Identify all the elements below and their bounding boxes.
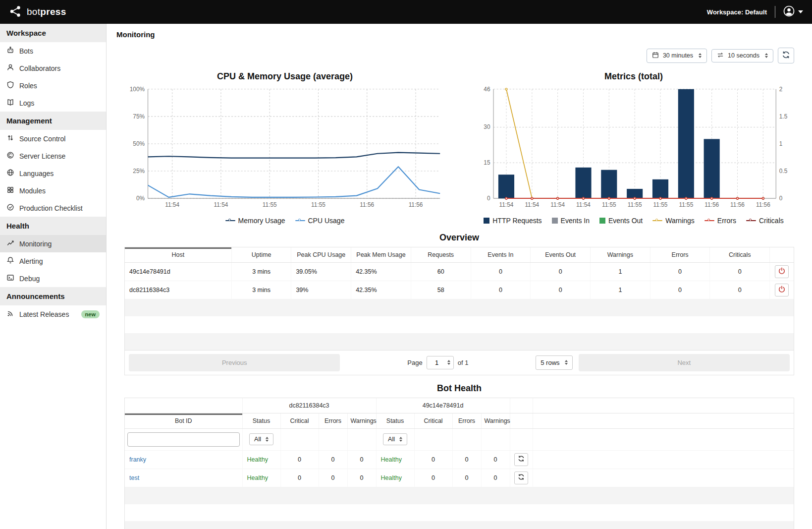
col-events-in[interactable]: Events In [471,247,531,263]
cell-status: Healthy [376,450,414,469]
col-errors[interactable]: Errors [650,247,710,263]
sidebar-item-monitoring[interactable]: Monitoring [0,235,106,252]
table-row-empty [125,487,794,504]
group-header-empty [533,398,794,413]
sidebar-item-source-control[interactable]: Source Control [0,130,106,147]
cell-critical: 0 [280,469,319,487]
bot-id-filter-input[interactable] [127,432,240,447]
col-status-1[interactable]: Status [242,413,280,428]
cell-criticals: 0 [710,281,770,299]
refresh-now-button[interactable] [778,48,794,63]
shield-icon [6,81,14,90]
cell-critical: 0 [414,450,452,469]
col-critical-2[interactable]: Critical [414,413,452,428]
col-uptime[interactable]: Uptime [231,247,291,263]
status-filter-value: All [254,436,261,443]
legend-item-events-in: Events In [552,217,590,225]
time-range-value: 30 minutes [663,52,693,59]
cell-warnings: 0 [481,450,510,469]
sidebar-item-server-license[interactable]: Server License [0,147,106,165]
cell-uptime: 3 mins [231,281,291,299]
table-row-empty [125,299,794,316]
cell-errors: 0 [650,281,710,299]
svg-text:75%: 75% [133,113,145,120]
sidebar-item-alerting[interactable]: Alerting [0,252,106,270]
refresh-rate-select[interactable]: 10 seconds [711,49,773,62]
page-title: Monitoring [107,24,812,42]
stepper-icon [765,53,768,58]
calendar-icon [652,52,659,60]
chevron-down-icon [798,10,803,13]
shutdown-host-button[interactable] [775,265,789,278]
section-title-health: Health [0,217,106,235]
col-host[interactable]: Host [125,247,231,263]
cell-events-in: 0 [471,262,531,281]
col-bot-id[interactable]: Bot ID [125,413,242,428]
marker-dot [749,219,752,221]
col-status-2[interactable]: Status [376,413,414,428]
rows-per-page-value: 5 rows [541,359,559,366]
svg-text:11:55: 11:55 [311,201,325,208]
square-marker [599,218,605,224]
col-requests[interactable]: Requests [411,247,471,263]
cell-status: Healthy [376,469,414,487]
cpu-memory-legend: Memory Usage CPU Usage [124,217,445,225]
power-icon [778,286,785,294]
col-critical-1[interactable]: Critical [280,413,319,428]
reload-bot-button[interactable] [514,453,528,466]
sidebar-item-label: Languages [19,170,54,177]
bot-link[interactable]: franky [129,456,146,463]
sidebar-item-label: Roles [19,82,37,90]
sidebar-item-production-checklist[interactable]: Production Checklist [0,199,106,217]
criticals-line-marker [746,220,756,221]
bot-link[interactable]: test [129,474,139,481]
col-warnings-1[interactable]: Warnings [347,413,376,428]
sidebar-item-collaborators[interactable]: Collaborators [0,59,106,77]
table-row: test Healthy 0 0 0 Healthy 0 0 0 [125,469,794,487]
svg-text:11:55: 11:55 [263,201,277,208]
sidebar-item-modules[interactable]: Modules [0,182,106,199]
cell-critical: 0 [280,450,319,469]
sidebar-item-debug[interactable]: Debug [0,270,106,287]
sidebar-item-label: Monitoring [19,240,52,248]
col-events-out[interactable]: Events Out [531,247,591,263]
reload-bot-button[interactable] [514,471,528,484]
status-filter-select-1[interactable]: All [249,433,273,445]
col-errors-2[interactable]: Errors [452,413,481,428]
rows-per-page-select[interactable]: 5 rows [536,355,572,370]
col-peak-cpu[interactable]: Peak CPU Usage [291,247,351,263]
sidebar-item-languages[interactable]: Languages [0,165,106,182]
sidebar-item-logs[interactable]: Logs [0,94,106,112]
cell-warnings: 0 [347,469,376,487]
col-criticals[interactable]: Criticals [710,247,770,263]
botpress-logo: botpress [9,5,66,19]
page-number-input[interactable] [430,358,444,367]
sidebar-item-latest-releases[interactable]: Latest Releases new [0,305,106,323]
sidebar-item-roles[interactable]: Roles [0,77,106,94]
sidebar-item-bots[interactable]: Bots [0,42,106,59]
marker-dot [655,219,658,221]
legend-label: Criticals [759,217,784,225]
metrics-legend: HTTP Requests Events In Events Out Warni… [473,217,794,225]
user-menu[interactable] [783,5,803,18]
shutdown-host-button[interactable] [775,284,789,296]
status-filter-select-2[interactable]: All [383,433,407,445]
cpu-memory-chart-box: CPU & Memory Usage (average) 0%25%50%75%… [124,65,445,225]
legend-item-warnings: Warnings [652,217,695,225]
page-number-stepper[interactable] [427,356,454,369]
cell-errors: 0 [452,450,481,469]
next-page-button[interactable]: Next [579,354,790,371]
refresh-icon [518,473,525,482]
col-peak-mem[interactable]: Peak Mem Usage [351,247,411,263]
col-errors-1[interactable]: Errors [319,413,347,428]
time-range-select[interactable]: 30 minutes [647,49,707,63]
previous-page-button[interactable]: Previous [129,354,340,371]
col-warnings[interactable]: Warnings [591,247,650,263]
legend-item-events-out: Events Out [599,217,643,225]
cell-requests: 58 [411,281,471,299]
cpu-memory-chart-title: CPU & Memory Usage (average) [124,71,445,82]
legend-label: Events Out [608,217,643,225]
col-warnings-2[interactable]: Warnings [481,413,510,428]
stepper-icon [447,360,450,365]
metrics-chart-box: Metrics (total) 015304600.511.5211:5411:… [473,65,794,225]
